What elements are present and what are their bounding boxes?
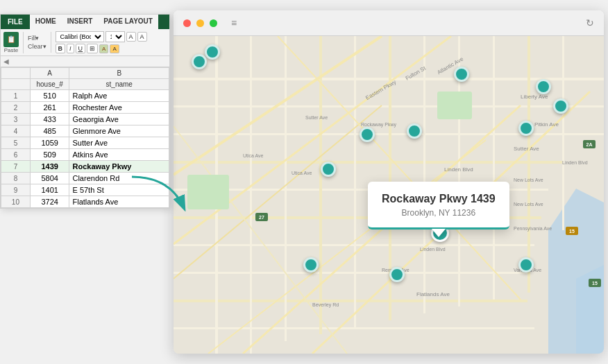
row-num: 1 [1, 90, 31, 102]
cell-house[interactable]: 1401 [30, 184, 69, 196]
table-row[interactable]: 6 509 Atkins Ave [1, 149, 169, 161]
map-pin[interactable] [389, 267, 405, 282]
table-row[interactable]: 5 1059 Sutter Ave [1, 137, 169, 149]
highlight-btn[interactable]: A [110, 44, 119, 53]
cell-house[interactable]: 5804 [30, 173, 69, 184]
bold-btn[interactable]: B [56, 44, 66, 53]
cell-house[interactable]: 3724 [30, 196, 69, 208]
cell-house[interactable]: 261 [30, 102, 69, 114]
svg-rect-21 [493, 36, 495, 300]
table-row[interactable]: 2 261 Rochester Ave [1, 102, 169, 114]
font-color-btn[interactable]: A [99, 44, 108, 53]
traffic-light-yellow[interactable] [196, 19, 204, 27]
cell-house[interactable]: 1439 [30, 161, 69, 173]
row-num: 2 [1, 102, 31, 114]
table-row[interactable]: 7 1439 Rockaway Pkwy [1, 161, 169, 173]
map-pin[interactable] [303, 257, 319, 272]
font-name-select[interactable]: Calibri (Body) [56, 31, 104, 42]
svg-rect-23 [562, 36, 564, 230]
tab-home[interactable]: HOME [30, 15, 62, 29]
map-container: 27 2A 15 15 Fulton St Atlantic Ave Easte… [174, 36, 604, 354]
svg-text:Utica Ave: Utica Ave [292, 171, 312, 175]
svg-text:Flatlands Ave: Flatlands Ave [416, 291, 450, 297]
svg-text:Utica Ave: Utica Ave [243, 153, 264, 158]
cell-street[interactable]: Glenmore Ave [69, 125, 169, 137]
toolbar-row1: 📋 Paste Fill▾ Clear▾ Calibri (Body) 12 A… [1, 29, 169, 56]
map-pin[interactable] [518, 257, 534, 272]
map-pin[interactable] [192, 54, 207, 69]
popup-city: Brooklyn, NY 11236 [382, 208, 496, 218]
increase-font-btn[interactable]: A [126, 32, 136, 42]
svg-rect-17 [354, 36, 356, 327]
browser-menu-icon[interactable]: ≡ [231, 17, 237, 28]
cell-street[interactable]: Rockaway Pkwy [69, 161, 169, 173]
svg-text:Pitkin Ave: Pitkin Ave [534, 121, 559, 128]
underline-btn[interactable]: U [76, 44, 86, 53]
col-header-a[interactable]: A [30, 68, 69, 79]
row-num: 5 [1, 137, 31, 149]
col-label-house: house_# [30, 79, 69, 90]
paste-label[interactable]: Paste [4, 47, 18, 53]
svg-rect-6 [174, 161, 562, 164]
map-pin[interactable] [205, 44, 220, 60]
svg-rect-33 [437, 92, 472, 119]
svg-text:Pennsylvania Ave: Pennsylvania Ave [514, 226, 552, 232]
tab-insert[interactable]: INSERT [62, 15, 99, 29]
svg-text:Linden Blvd: Linden Blvd [420, 247, 446, 252]
row-num: 10 [1, 196, 31, 208]
map-pin[interactable] [360, 127, 375, 142]
paste-icon: 📋 [3, 32, 19, 47]
arrow-connector [128, 173, 198, 229]
row-num: 8 [1, 173, 31, 184]
browser-window: ≡ ↻ [174, 10, 604, 354]
traffic-light-red[interactable] [183, 19, 191, 27]
tab-file[interactable]: FILE [1, 15, 30, 29]
cell-street[interactable]: Rochester Ave [69, 102, 169, 114]
svg-rect-19 [423, 36, 425, 313]
clear-btn[interactable]: Clear▾ [28, 43, 47, 50]
svg-rect-11 [174, 300, 527, 302]
tab-page-layout[interactable]: PAGE LAYOUT [98, 15, 158, 29]
border-btn[interactable]: ⊞ [87, 44, 98, 53]
svg-text:New Lots Ave: New Lots Ave [514, 202, 543, 207]
svg-text:Sutter Ave: Sutter Ave [305, 115, 328, 120]
map-pin[interactable] [454, 67, 469, 82]
row-num: 7 [1, 161, 31, 173]
svg-text:27: 27 [259, 215, 264, 220]
svg-text:2A: 2A [586, 142, 593, 147]
fill-btn[interactable]: Fill▾ [28, 35, 40, 42]
ribbon-tabs: FILE HOME INSERT PAGE LAYOUT [1, 15, 169, 29]
table-row[interactable]: 3 433 Geaorgia Ave [1, 114, 169, 125]
cell-house[interactable]: 510 [30, 90, 69, 102]
italic-btn[interactable]: I [67, 44, 74, 53]
svg-marker-2 [576, 265, 604, 354]
cell-house[interactable]: 509 [30, 149, 69, 161]
table-row[interactable]: 4 485 Glenmore Ave [1, 125, 169, 137]
cell-house[interactable]: 1059 [30, 137, 69, 149]
col-header-b[interactable]: B [69, 68, 169, 79]
cell-house[interactable]: 485 [30, 125, 69, 137]
cell-street[interactable]: Atkins Ave [69, 149, 169, 161]
cell-street[interactable]: Sutter Ave [69, 137, 169, 149]
map-pin[interactable] [536, 79, 551, 94]
map-pin[interactable] [553, 98, 568, 114]
svg-text:Beverley Rd: Beverley Rd [312, 302, 339, 308]
browser-refresh-btn[interactable]: ↻ [586, 17, 594, 28]
decrease-font-btn[interactable]: A [137, 32, 147, 42]
table-row[interactable]: 1 510 Ralph Ave [1, 90, 169, 102]
map-pin[interactable] [518, 121, 534, 136]
map-pin[interactable] [321, 162, 336, 177]
font-size-select[interactable]: 12 [105, 31, 125, 42]
svg-rect-12 [174, 327, 534, 329]
map-pin[interactable] [407, 123, 422, 139]
svg-text:Liberty Ave: Liberty Ave [521, 94, 548, 100]
cell-house[interactable]: 433 [30, 114, 69, 125]
nav-row: ◀ [1, 56, 169, 67]
cell-street[interactable]: Geaorgia Ave [69, 114, 169, 125]
svg-text:Linden Blvd: Linden Blvd [444, 166, 473, 173]
nav-collapse-btn[interactable]: ◀ [3, 58, 9, 65]
browser-titlebar: ≡ ↻ [174, 10, 604, 36]
cell-street[interactable]: Ralph Ave [69, 90, 169, 102]
traffic-light-green[interactable] [210, 19, 217, 27]
paste-area: 📋 Paste [3, 32, 24, 53]
